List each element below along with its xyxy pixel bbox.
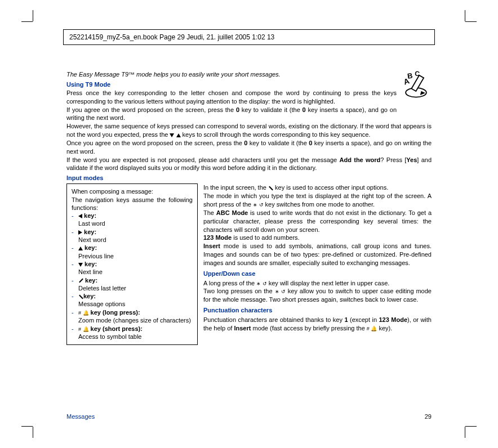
up-arrow-icon <box>78 247 83 250</box>
para-1: Press once the key corresponding to the … <box>66 89 432 106</box>
star-key-icon: ∗ ↺ <box>275 289 286 294</box>
footer-section: Messages <box>66 413 95 420</box>
right-para-1: In the input screen, the key is used to … <box>203 183 432 192</box>
right-para-2: The mode in which you type the text is d… <box>203 192 432 209</box>
heading-upper-down: Upper/Down case <box>203 270 432 278</box>
svg-text:B: B <box>407 71 413 80</box>
star-key-icon: ∗ ↺ <box>256 281 267 286</box>
nav-item-symbol: -# 🔔 key (short press): <box>72 325 193 333</box>
down-arrow-icon <box>78 263 83 267</box>
page-header-device-info: 252214159_myZ-5a_en.book Page 29 Jeudi, … <box>63 29 435 45</box>
nav-item-down: - key: <box>72 260 193 268</box>
para-2: If you agree on the word proposed on the… <box>66 106 432 123</box>
right-para-7: Two long presses on the ∗ ↺ key allow yo… <box>203 287 432 304</box>
nav-item-delete: - key: <box>72 276 193 284</box>
heading-punctuation: Punctuation characters <box>203 306 432 315</box>
softkey-right-icon <box>78 294 83 299</box>
nav-item-zoom: -# 🔔 key (long press): <box>72 308 193 317</box>
heading-using-t9: Using T9 Mode <box>66 81 432 88</box>
softkey-left-icon <box>78 278 83 283</box>
nav-item-options: -key: <box>72 292 193 300</box>
abc-pencil-icon: A B C <box>401 70 432 101</box>
heading-input-modes: Input modes <box>66 174 432 181</box>
hash-bell-icon: # 🔔 <box>78 326 89 332</box>
right-para-5: Insert mode is used to add symbols, anim… <box>203 242 432 267</box>
right-arrow-icon <box>78 230 82 235</box>
navbox-lead1: When composing a message: <box>72 187 193 195</box>
softkey-right-icon <box>268 186 273 191</box>
intro-text: The Easy Message T9™ mode helps you to e… <box>66 70 432 79</box>
right-para-3: The ABC Mode is used to write words that… <box>203 209 432 234</box>
input-modes-description: In the input screen, the key is used to … <box>203 183 432 344</box>
hash-bell-icon: # 🔔 <box>367 326 377 331</box>
navbox-lead2: The navigation keys assume the following… <box>72 196 193 212</box>
nav-item-up: - key: <box>72 244 193 252</box>
navigation-keys-box: When composing a message: The navigation… <box>66 183 198 344</box>
page-content: A B C The Easy Message T9™ mode helps yo… <box>66 70 432 406</box>
para-4: Once you agree on the word proposed on t… <box>66 139 432 156</box>
page-footer: Messages 29 <box>66 413 432 420</box>
up-arrow-icon <box>176 133 181 137</box>
star-key-icon: ∗ ↺ <box>253 202 264 208</box>
header-text: 252214159_myZ-5a_en.book Page 29 Jeudi, … <box>69 33 274 41</box>
para-5: If the word you are expected is not prop… <box>66 156 432 173</box>
hash-bell-icon: # 🔔 <box>78 310 89 316</box>
nav-item-left: - key: <box>72 212 193 219</box>
nav-item-right: - key: <box>72 228 193 236</box>
para-3: However, the same sequence of keys press… <box>66 122 432 139</box>
left-arrow-icon <box>78 214 82 218</box>
right-para-6: A long press of the ∗ ↺ key will display… <box>203 279 432 288</box>
svg-marker-2 <box>420 91 425 95</box>
right-para-8: Punctuation characters are obtained than… <box>203 316 432 333</box>
down-arrow-icon <box>170 133 174 137</box>
footer-page-number: 29 <box>425 413 432 420</box>
right-para-4: 123 Mode is used to add numbers. <box>203 234 432 242</box>
